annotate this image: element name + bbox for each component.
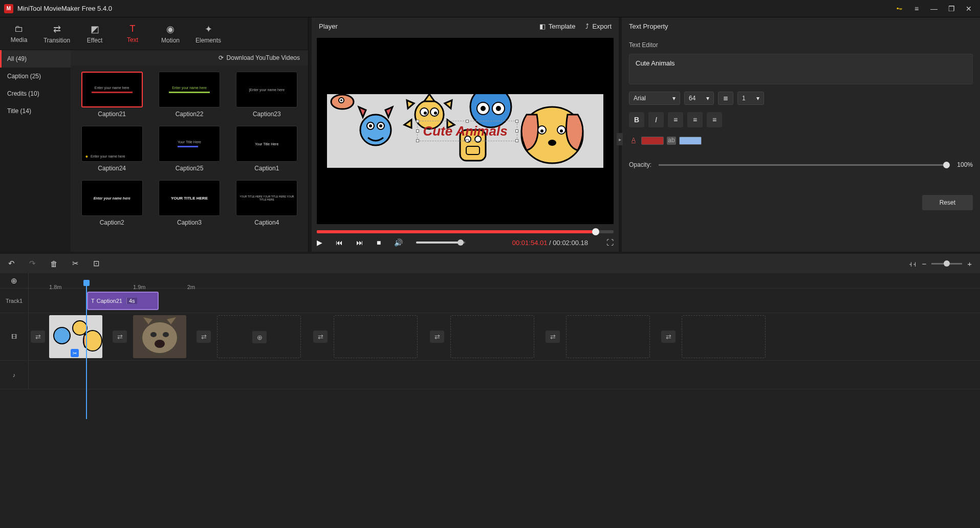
transition-slot[interactable]: ⇄ <box>430 331 444 343</box>
category-title[interactable]: Title (14) <box>0 102 71 120</box>
seek-bar[interactable] <box>317 230 614 233</box>
tab-elements[interactable]: ✦Elements <box>189 17 227 50</box>
play-button[interactable]: ▶ <box>317 238 322 247</box>
redo-button[interactable]: ↷ <box>29 259 36 268</box>
minimize-icon[interactable]: — <box>927 2 941 16</box>
category-credits[interactable]: Credits (10) <box>0 85 71 102</box>
fullscreen-button[interactable]: ⛶ <box>606 238 614 247</box>
empty-clip-slot[interactable] <box>334 315 418 358</box>
timeline-toolbar: ↶ ↷ 🗑 ✂ ⊡ ⫞⫞ − + <box>0 254 980 273</box>
selection-box[interactable] <box>417 121 517 141</box>
svg-point-31 <box>73 321 87 335</box>
app-logo: M <box>4 4 13 13</box>
next-frame-button[interactable]: ⏭ <box>356 238 363 247</box>
zoom-out-button[interactable]: − <box>922 259 926 268</box>
svg-point-16 <box>481 106 486 111</box>
svg-point-27 <box>560 129 563 133</box>
font-size-dropdown[interactable]: 64▾ <box>684 92 714 105</box>
tab-motion[interactable]: ◉Motion <box>151 17 189 50</box>
volume-icon[interactable]: 🔊 <box>394 238 403 247</box>
download-youtube-button[interactable]: ⟳ Download YouTube Videos <box>219 54 300 61</box>
text-content-input[interactable]: Cute Animals <box>629 54 973 84</box>
stop-button[interactable]: ■ <box>377 238 381 247</box>
close-icon[interactable]: ✕ <box>962 2 976 16</box>
bold-button[interactable]: B <box>629 112 644 127</box>
align-center-button[interactable]: ≡ <box>687 112 703 127</box>
main-row: 🗀Media ⇄Transition ◩Effect TText ◉Motion… <box>0 17 980 252</box>
text-clip[interactable]: T Caption21 4s <box>87 292 159 310</box>
video-preview[interactable]: Cute Animals <box>317 38 614 224</box>
properties-title: Text Property <box>622 17 980 35</box>
transition-slot[interactable]: ⇄ <box>661 331 676 343</box>
lib-item-caption22[interactable]: Enter your name hereCaption22 <box>155 72 223 118</box>
tab-effect[interactable]: ◩Effect <box>76 17 114 50</box>
key-icon[interactable] <box>892 2 906 16</box>
lib-item-caption23[interactable]: | Enter your name hereCaption23 <box>233 72 301 118</box>
transition-slot[interactable]: ⇄ <box>113 331 127 343</box>
zoom-slider[interactable] <box>931 263 962 265</box>
text-color-swatch[interactable] <box>641 137 664 145</box>
lib-item-caption2[interactable]: Enter your name hereCaption2 <box>78 180 146 226</box>
empty-clip-slot[interactable] <box>566 315 650 358</box>
category-sidebar: All (49) Caption (25) Credits (10) Title… <box>0 50 71 252</box>
svg-point-11 <box>424 112 427 115</box>
menu-icon[interactable]: ≡ <box>909 2 924 16</box>
zoom-in-button[interactable]: + <box>967 259 972 268</box>
prev-frame-button[interactable]: ⏮ <box>336 238 343 247</box>
transition-slot[interactable]: ⇄ <box>31 331 45 343</box>
add-media-icon: ⊕ <box>252 331 267 343</box>
svg-point-25 <box>540 129 543 133</box>
delete-button[interactable]: 🗑 <box>50 259 58 268</box>
tab-media[interactable]: 🗀Media <box>0 17 38 50</box>
text-icon: T <box>130 24 136 34</box>
lib-item-caption21[interactable]: Enter your name hereCaption21 <box>78 72 146 118</box>
export-icon: ⤴ <box>585 23 589 30</box>
crop-button[interactable]: ⊡ <box>93 259 100 268</box>
add-track-button[interactable]: ⊕ <box>0 273 29 288</box>
empty-clip-slot[interactable] <box>682 315 766 358</box>
italic-button[interactable]: I <box>648 112 664 127</box>
lib-item-caption25[interactable]: Your Title HereCaption25 <box>155 126 223 172</box>
align-left-button[interactable]: ≡ <box>668 112 683 127</box>
undo-button[interactable]: ↶ <box>8 259 15 268</box>
video-clip-1[interactable]: ✂ <box>49 315 102 358</box>
category-caption[interactable]: Caption (25) <box>0 68 71 85</box>
svg-point-18 <box>496 106 501 111</box>
lib-item-caption3[interactable]: YOUR TITLE HERECaption3 <box>155 180 223 226</box>
svg-point-6 <box>369 124 372 127</box>
transition-slot[interactable]: ⇄ <box>313 331 328 343</box>
auto-fit-button[interactable]: ⫞⫞ <box>908 259 917 268</box>
empty-clip-slot[interactable]: ⊕ <box>217 315 301 358</box>
text-color-label[interactable]: A <box>629 137 638 145</box>
export-button[interactable]: ⤴Export <box>585 23 612 30</box>
library-pane: 🗀Media ⇄Transition ◩Effect TText ◉Motion… <box>0 17 309 252</box>
align-right-button[interactable]: ≡ <box>707 112 722 127</box>
panel-expand-button[interactable]: ▸ <box>617 133 623 145</box>
tab-text[interactable]: TText <box>114 17 151 50</box>
bg-color-label[interactable]: ab <box>667 137 676 145</box>
empty-clip-slot[interactable] <box>450 315 534 358</box>
maximize-icon[interactable]: ❐ <box>944 2 959 16</box>
letter-spacing-dropdown[interactable]: 1▾ <box>737 92 764 105</box>
svg-point-8 <box>379 124 382 127</box>
reset-button[interactable]: Reset <box>922 195 973 210</box>
template-button[interactable]: ◧Template <box>539 23 576 30</box>
font-family-dropdown[interactable]: Arial▾ <box>629 92 680 105</box>
volume-slider[interactable] <box>416 241 465 244</box>
svg-point-37 <box>155 340 165 348</box>
lib-item-caption1[interactable]: Your Title HereCaption1 <box>233 126 301 172</box>
audio-track[interactable] <box>29 361 980 389</box>
folder-icon: 🗀 <box>14 24 24 34</box>
category-all[interactable]: All (49) <box>0 50 71 68</box>
tab-transition[interactable]: ⇄Transition <box>38 17 76 50</box>
video-clip-2[interactable] <box>133 315 186 358</box>
transition-slot[interactable]: ⇄ <box>546 331 560 343</box>
line-spacing-button[interactable]: ≣ <box>718 92 733 105</box>
split-button[interactable]: ✂ <box>72 259 79 268</box>
lib-item-caption4[interactable]: YOUR TITLE HERE YOUR TITLE HERE YOUR TIT… <box>233 180 301 226</box>
lib-item-caption24[interactable]: ☻Enter your name hereCaption24 <box>78 126 146 172</box>
svg-point-35 <box>150 332 157 337</box>
opacity-slider[interactable] <box>659 164 950 166</box>
bg-color-swatch[interactable] <box>679 137 702 145</box>
transition-slot[interactable]: ⇄ <box>197 331 211 343</box>
